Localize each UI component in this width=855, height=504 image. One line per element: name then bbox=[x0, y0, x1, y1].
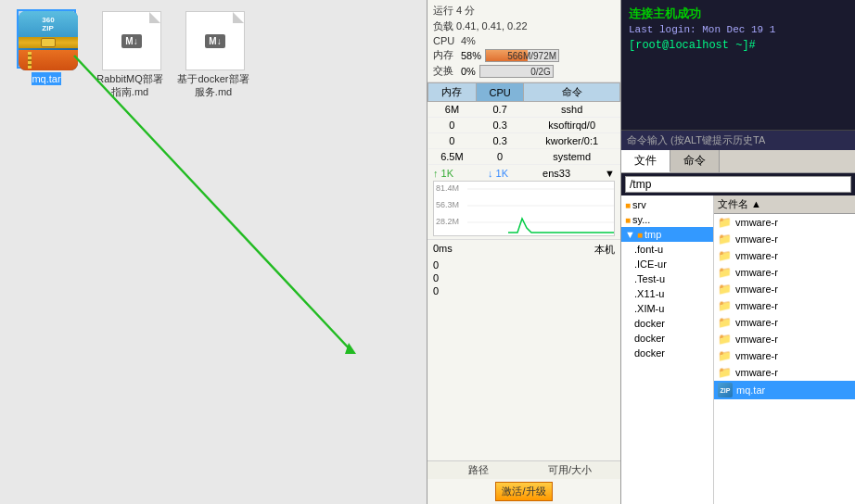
list-item[interactable]: 📁 vmware-r bbox=[714, 281, 855, 297]
icon-mq-tar[interactable]: mq.tar 360ZIP mq.tar bbox=[9, 9, 83, 99]
folder-icon: 📁 bbox=[718, 299, 732, 312]
file-name: vmware-r bbox=[735, 284, 778, 295]
conn-item-2: 0 bbox=[433, 284, 615, 297]
file-list: 文件名 ▲ 📁 vmware-r 📁 vmware-r 📁 vmware-r 📁… bbox=[714, 195, 855, 504]
tab-files[interactable]: 文件 bbox=[621, 150, 670, 172]
folder-icon: 📁 bbox=[718, 349, 732, 362]
tree-item-ice[interactable]: .ICE-ur bbox=[621, 257, 713, 271]
file-name: vmware-r bbox=[735, 217, 778, 228]
tree-label-docker1: docker bbox=[634, 318, 665, 329]
tree-item-docker1[interactable]: docker bbox=[621, 316, 713, 331]
upgrade-button[interactable]: 激活/升级 bbox=[495, 482, 552, 501]
file-name: vmware-r bbox=[735, 350, 778, 361]
table-row: 0 0.3 kworker/0:1 bbox=[428, 133, 620, 149]
tree-label-docker3: docker bbox=[634, 347, 665, 359]
process-table: 内存 CPU 命令 6M 0.7 sshd 0 0.3 ksoftirqd/0 … bbox=[428, 82, 620, 165]
cell-mem-1: 0 bbox=[428, 118, 477, 133]
file-name: vmware-r bbox=[735, 250, 778, 261]
cell-mem-0: 6M bbox=[428, 102, 477, 118]
memory-percent: 58% bbox=[461, 50, 481, 61]
icon-label-mq-tar: mq.tar bbox=[32, 72, 60, 85]
tree-item-font[interactable]: .font-u bbox=[621, 242, 713, 257]
list-item[interactable]: 📁 vmware-r bbox=[714, 314, 855, 331]
file-tree: ■ srv ■ sy... ▼ ■ tmp .font-u .ICE-ur .T… bbox=[621, 195, 714, 504]
file-list-header: 文件名 ▲ bbox=[714, 195, 855, 214]
list-item[interactable]: 📁 vmware-r bbox=[714, 264, 855, 281]
tree-item-srv[interactable]: ■ srv bbox=[621, 197, 713, 212]
zip-belt bbox=[19, 37, 78, 48]
zip-icon-graphic: mq.tar 360ZIP bbox=[19, 11, 78, 70]
connection-section: 0ms 本机 0 0 0 bbox=[428, 240, 620, 460]
cell-cmd-0: sshd bbox=[524, 102, 620, 118]
uptime-row: 运行 4 分 bbox=[433, 3, 615, 19]
cell-mem-3: 6.5M bbox=[428, 149, 477, 165]
col-header-memory[interactable]: 内存 bbox=[428, 83, 477, 102]
file-name: vmware-r bbox=[735, 334, 778, 345]
memory-row: 内存 58% 566M/972M bbox=[433, 47, 615, 63]
folder-icon: 📁 bbox=[718, 266, 732, 279]
terminal-success-msg: 连接主机成功 bbox=[629, 6, 848, 22]
list-item[interactable]: 📁 vmware-r bbox=[714, 231, 855, 247]
col-header-command[interactable]: 命令 bbox=[524, 83, 620, 102]
zip-buckle bbox=[41, 38, 56, 47]
memory-progress-bar: 566M/972M bbox=[485, 49, 559, 62]
file-name: vmware-r bbox=[735, 367, 778, 378]
icon-img-docker: M↓ bbox=[184, 9, 243, 69]
file-name-mq-tar: mq.tar bbox=[736, 384, 765, 396]
tree-item-tmp[interactable]: ▼ ■ tmp bbox=[621, 227, 713, 242]
folder-icon: 📁 bbox=[718, 216, 732, 229]
file-name-header[interactable]: 文件名 ▲ bbox=[718, 197, 761, 211]
list-item[interactable]: 📁 vmware-r bbox=[714, 214, 855, 231]
expand-icon-tmp: ▼ bbox=[625, 229, 635, 240]
terminal-input-bar[interactable]: 命令输入 (按ALT键提示历史TA bbox=[621, 130, 855, 150]
table-row: 6M 0.7 sshd bbox=[428, 102, 620, 118]
list-item[interactable]: 📁 vmware-r bbox=[714, 347, 855, 364]
tree-item-x11[interactable]: .X11-u bbox=[621, 286, 713, 301]
folder-icon: 📁 bbox=[718, 233, 732, 246]
process-table-section: 内存 CPU 命令 6M 0.7 sshd 0 0.3 ksoftirqd/0 … bbox=[428, 82, 620, 165]
folder-icon: 📁 bbox=[718, 333, 732, 346]
dropdown-icon[interactable]: ▼ bbox=[605, 168, 615, 179]
tree-label-srv: srv bbox=[632, 199, 646, 210]
tree-item-xim[interactable]: .XIM-u bbox=[621, 301, 713, 316]
table-row: 6.5M 0 systemd bbox=[428, 149, 620, 165]
tab-commands[interactable]: 命令 bbox=[670, 150, 720, 172]
up-arrow-icon: ↑ bbox=[433, 168, 439, 179]
tree-item-sys[interactable]: ■ sy... bbox=[621, 212, 713, 227]
table-row: 0 0.3 ksoftirqd/0 bbox=[428, 118, 620, 133]
tree-item-docker3[interactable]: docker bbox=[621, 346, 713, 360]
list-item[interactable]: 📁 vmware-r bbox=[714, 297, 855, 314]
col-header-cpu[interactable]: CPU bbox=[476, 83, 524, 102]
icon-rabbitmq-md[interactable]: M↓ RabbitMQ部署指南.md bbox=[93, 9, 167, 99]
network-down: ↓ 1K bbox=[488, 168, 508, 179]
svg-marker-1 bbox=[345, 343, 356, 354]
right-panel: 连接主机成功 Last login: Mon Dec 19 1 [root@lo… bbox=[621, 0, 855, 504]
zip-brand-text: 360ZIP bbox=[42, 16, 54, 32]
tree-item-test[interactable]: .Test-u bbox=[621, 271, 713, 286]
latency-label: 0ms bbox=[433, 243, 453, 257]
list-item[interactable]: 📁 vmware-r bbox=[714, 364, 855, 381]
cell-cmd-1: ksoftirqd/0 bbox=[524, 118, 620, 133]
network-section: ↑ 1K ↓ 1K ens33 ▼ 81.4M 56.3M 28.2M bbox=[428, 165, 620, 240]
cell-cpu-0: 0.7 bbox=[476, 102, 524, 118]
file-path-bar[interactable]: /tmp bbox=[625, 176, 851, 193]
folder-icon: 📁 bbox=[718, 366, 732, 379]
monitor-top-section: 运行 4 分 负载 0.41, 0.41, 0.22 CPU 4% 内存 58%… bbox=[428, 0, 620, 82]
icon-docker-md[interactable]: M↓ 基于docker部署服务.md bbox=[176, 9, 250, 99]
tree-item-docker2[interactable]: docker bbox=[621, 331, 713, 346]
conn-item-1: 0 bbox=[433, 271, 615, 284]
list-item[interactable]: 📁 vmware-r bbox=[714, 331, 855, 347]
tar-file-icon: ZIP bbox=[718, 383, 733, 397]
tree-label-docker2: docker bbox=[634, 333, 665, 344]
cell-mem-2: 0 bbox=[428, 133, 477, 149]
zip-zipper bbox=[28, 52, 32, 69]
network-chart-svg: 81.4M 56.3M 28.2M bbox=[434, 182, 614, 236]
cell-cmd-2: kworker/0:1 bbox=[524, 133, 620, 149]
swap-row: 交换 0% 0/2G bbox=[433, 63, 615, 79]
file-browser-area: ■ srv ■ sy... ▼ ■ tmp .font-u .ICE-ur .T… bbox=[621, 195, 855, 504]
folder-icon-sys: ■ bbox=[625, 215, 631, 225]
list-item[interactable]: 📁 vmware-r bbox=[714, 247, 855, 264]
cpu-row: CPU 4% bbox=[433, 34, 615, 47]
memory-detail: 566M/972M bbox=[507, 50, 556, 63]
list-item-mq-tar[interactable]: ZIP mq.tar bbox=[714, 381, 855, 399]
